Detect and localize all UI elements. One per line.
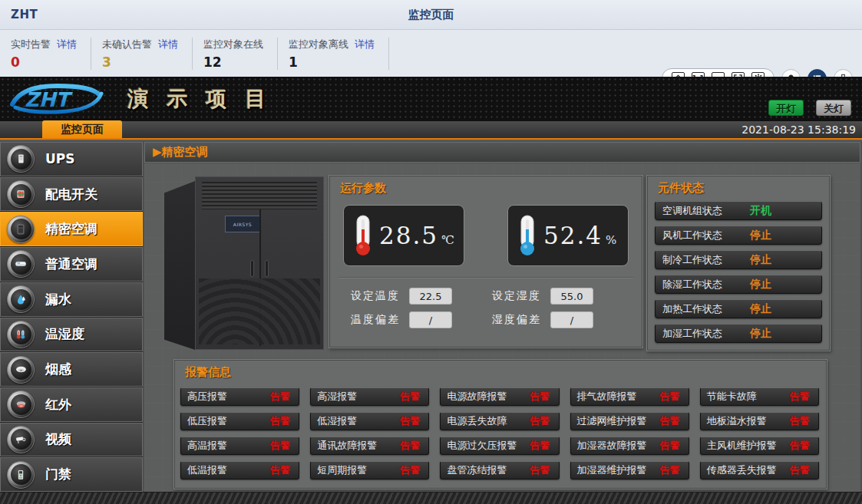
sidebar-item-smoke[interactable]: 烟感 (0, 352, 143, 387)
status-row-cooling: 制冷工作状态 停止 (655, 250, 822, 269)
temperature-card: 28.5℃ (343, 205, 464, 266)
tab-monitoring-page[interactable]: 监控页面 (42, 120, 122, 138)
ac-display-panel: AIRSYS (225, 216, 260, 232)
alarm-flag: 告警 (660, 390, 680, 404)
tab-bar: 监控页面 2021-08-23 15:38:19 (0, 121, 862, 140)
stat-objects-online: 监控对象在线 12 (203, 38, 278, 70)
stat-objects-offline: 监控对象离线 详情 1 (289, 38, 389, 70)
thermometer-red-icon (353, 214, 373, 257)
alarm-item: 高温报警告警 (180, 436, 299, 455)
realtime-alarm-details-link[interactable]: 详情 (57, 38, 77, 51)
status-row-heating: 加热工作状态 停止 (655, 299, 822, 318)
bottom-hatch-strip (0, 492, 862, 504)
set-temperature-value[interactable]: 22.5 (409, 288, 452, 305)
stat-label: 未确认告警 (102, 38, 152, 51)
logo-bar: ZHT 演示项目 开灯 关灯 (0, 77, 862, 121)
status-value: 开机 (750, 204, 771, 218)
alarm-item: 主风机维护报警告警 (700, 436, 819, 455)
camera-icon (7, 426, 35, 453)
alarm-flag: 告警 (400, 390, 420, 404)
alarm-flag: 告警 (790, 414, 810, 428)
ac-unit-image: AIRSYS (164, 176, 330, 365)
sidebar-item-door-access[interactable]: 门禁 (0, 457, 143, 492)
light-on-button[interactable]: 开灯 (768, 100, 804, 116)
breaker-icon (7, 180, 35, 208)
smoke-detector-icon (7, 356, 35, 384)
precision-ac-icon (7, 216, 35, 243)
stat-value: 1 (289, 54, 375, 70)
top-bar: ZHT 监控页面 (0, 0, 862, 29)
alarm-item: 排气故障报警告警 (570, 387, 689, 406)
status-value: 停止 (750, 253, 771, 267)
run-params-title: 运行参数 (329, 176, 642, 196)
status-value: 停止 (750, 229, 771, 242)
alarm-item: 加湿器故障报警告警 (570, 436, 689, 455)
alarm-item: 电源故障报警告警 (440, 387, 559, 406)
thermometer-blue-icon (517, 214, 537, 257)
humidity-deviation: 湿度偏差 / (492, 311, 633, 328)
sidebar-item-ups[interactable]: UPS (0, 142, 143, 176)
sidebar-item-common-ac[interactable]: 普通空调 (0, 247, 143, 282)
light-off-button[interactable]: 关灯 (816, 100, 851, 116)
temperature-unit: ℃ (441, 233, 454, 247)
water-leak-icon (7, 285, 35, 313)
alarm-item: 电源过欠压报警告警 (440, 436, 559, 455)
content-area: UPS 配电开关 精密空调 普通空调 (0, 141, 862, 504)
infrared-icon (7, 390, 35, 418)
sidebar-item-infrared[interactable]: 红外 (0, 387, 143, 422)
humidity-unit: % (606, 233, 616, 247)
temperature-deviation: 温度偏差 / (351, 311, 492, 328)
humidity-deviation-value[interactable]: / (550, 311, 593, 328)
alarm-flag: 告警 (790, 390, 810, 404)
alarm-grid: 高压报警告警 高湿报警告警 电源故障报警告警 排气故障报警告警 节能卡故障告警 … (174, 380, 827, 479)
section-title: ▶精密空调 (153, 145, 208, 160)
set-temperature: 设定温度 22.5 (351, 288, 492, 305)
monitoring-page: ZHT 监控页面 实时告警 详情 0 未确认告警 详情 3 监控对象在线 12 (0, 0, 862, 504)
split-ac-icon (7, 250, 35, 278)
stats-bar: 实时告警 详情 0 未确认告警 详情 3 监控对象在线 12 监控对象离线 详情… (0, 29, 862, 77)
sidebar-item-video[interactable]: 视频 (0, 423, 143, 457)
alarm-item: 盘管冻结报警告警 (440, 461, 559, 479)
stat-label: 实时告警 (11, 38, 51, 51)
alarm-info-panel: 报警信息 高压报警告警 高湿报警告警 电源故障报警告警 排气故障报警告警 节能卡… (173, 359, 827, 489)
stat-value: 3 (102, 54, 178, 70)
alarm-item: 传感器丢失报警告警 (700, 461, 819, 479)
alarm-flag: 告警 (400, 439, 420, 453)
alarm-item: 加湿器维护报警告警 (570, 461, 689, 479)
alarm-item: 高压报警告警 (180, 387, 299, 406)
sidebar-item-water-leak[interactable]: 漏水 (0, 282, 143, 317)
stat-value: 12 (203, 54, 263, 70)
sidebar-item-temp-humidity[interactable]: 温湿度 (0, 318, 143, 352)
unconfirmed-alarm-details-link[interactable]: 详情 (158, 38, 178, 51)
alarm-flag: 告警 (270, 439, 290, 453)
temperature-deviation-value[interactable]: / (409, 311, 452, 328)
svg-text:ZHT: ZHT (25, 88, 74, 111)
status-value: 停止 (750, 302, 771, 316)
door-access-icon (7, 461, 35, 489)
status-row-unit: 空调机组状态 开机 (655, 201, 822, 220)
alarm-flag: 告警 (790, 439, 810, 453)
humidity-card: 52.4% (507, 205, 629, 266)
alarm-flag: 告警 (270, 463, 290, 477)
project-name: 演示项目 (127, 85, 284, 113)
alarm-flag: 告警 (270, 390, 290, 404)
sidebar-item-precision-ac[interactable]: 精密空调 (0, 212, 143, 246)
stat-realtime-alarm: 实时告警 详情 0 (11, 38, 91, 70)
alarm-item: 低温报警告警 (180, 461, 299, 479)
alarm-item: 节能卡故障告警 (700, 387, 819, 406)
alarm-flag: 告警 (530, 414, 550, 428)
alarm-item: 高湿报警告警 (310, 387, 429, 406)
alarm-flag: 告警 (660, 439, 680, 453)
sidebar-item-power-switch[interactable]: 配电开关 (0, 177, 143, 212)
stat-label: 监控对象离线 (289, 38, 348, 51)
status-row-humidify: 加湿工作状态 停止 (655, 324, 822, 343)
page-title: 监控页面 (0, 8, 862, 22)
alarm-flag: 告警 (530, 390, 550, 404)
ups-icon (7, 145, 35, 173)
set-humidity-value[interactable]: 55.0 (550, 288, 593, 305)
alarm-flag: 告警 (790, 463, 810, 477)
section-header: ▶精密空调 (144, 142, 860, 163)
alarm-item: 低湿报警告警 (310, 412, 429, 430)
offline-details-link[interactable]: 详情 (355, 38, 375, 51)
temperature-value: 28.5 (379, 222, 438, 249)
